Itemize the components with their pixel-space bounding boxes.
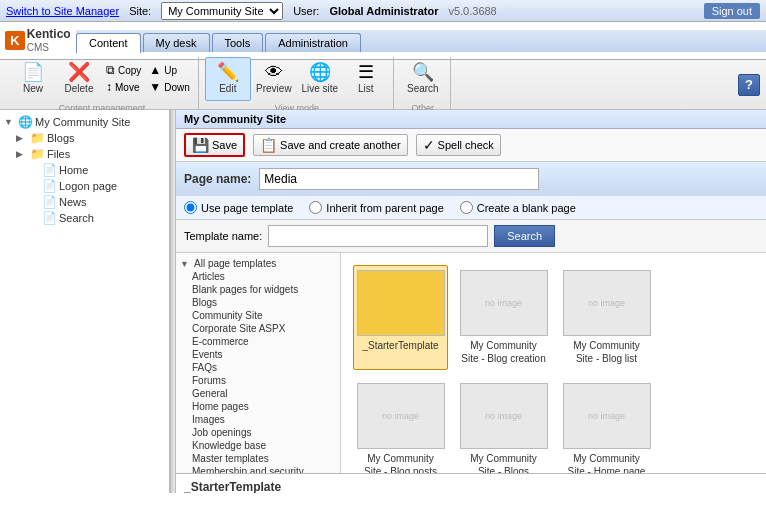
new-icon: 📄 bbox=[22, 63, 44, 81]
template-tree-blank[interactable]: Blank pages for widgets bbox=[192, 283, 336, 296]
sidebar-indent-2: 📄 Home 📄 Logon page 📄 News bbox=[16, 162, 165, 226]
template-thumb-4: no image bbox=[460, 383, 548, 449]
edit-toolbar: 💾 Save 📋 Save and create another ✓ Spell… bbox=[176, 129, 766, 162]
radio-inherit[interactable]: Inherit from parent page bbox=[309, 201, 443, 214]
template-card-label-4: My Community Site - Blogs bbox=[461, 452, 546, 473]
tab-tools[interactable]: Tools bbox=[212, 33, 264, 52]
copy-move-group: ⧉ Copy ↕ Move bbox=[102, 62, 145, 95]
switch-site-manager-link[interactable]: Switch to Site Manager bbox=[6, 5, 119, 17]
search-button[interactable]: 🔍 Search bbox=[400, 57, 446, 101]
template-card-label-5: My Community Site - Home page bbox=[564, 452, 649, 473]
logo: K Kentico CMS bbox=[0, 24, 76, 56]
template-tree-events[interactable]: Events bbox=[192, 348, 336, 361]
delete-button[interactable]: ❌ Delete bbox=[56, 57, 102, 101]
sidebar-item-home[interactable]: 📄 Home bbox=[28, 162, 165, 178]
sidebar-tree: ▼ 🌐 My Community Site ▶ 📁 Blogs ▶ 📁 File… bbox=[0, 110, 169, 230]
template-card-2[interactable]: no image My Community Site - Blog list bbox=[559, 265, 654, 370]
template-tree-forums[interactable]: Forums bbox=[192, 374, 336, 387]
template-tree-indent: Articles Blank pages for widgets Blogs C… bbox=[180, 270, 336, 473]
edit-button[interactable]: ✏️ Edit bbox=[205, 57, 251, 101]
sidebar-item-blogs[interactable]: ▶ 📁 Blogs bbox=[16, 130, 165, 146]
top-bar: Switch to Site Manager Site: My Communit… bbox=[0, 0, 766, 22]
template-tree-articles[interactable]: Articles bbox=[192, 270, 336, 283]
template-card-0[interactable]: _StarterTemplate bbox=[353, 265, 448, 370]
help-button[interactable]: ? bbox=[738, 74, 760, 96]
page-name-label: Page name: bbox=[184, 172, 251, 186]
list-button[interactable]: ☰ List bbox=[343, 57, 389, 101]
template-card-1[interactable]: no image My Community Site - Blog creati… bbox=[456, 265, 551, 370]
page-name-input[interactable] bbox=[259, 168, 539, 190]
template-search-row: Template name: Search bbox=[176, 220, 766, 253]
expander-all-icon: ▼ bbox=[180, 259, 192, 269]
template-card-label-1: My Community Site - Blog creation bbox=[461, 339, 546, 365]
expander-blogs-icon: ▶ bbox=[16, 133, 28, 143]
sidebar-item-search[interactable]: 📄 Search bbox=[28, 210, 165, 226]
site-label: Site: bbox=[129, 5, 151, 17]
move-button[interactable]: ↕ Move bbox=[102, 79, 145, 95]
template-thumb-3: no image bbox=[357, 383, 445, 449]
template-tree-blogs[interactable]: Blogs bbox=[192, 296, 336, 309]
up-icon: ▲ bbox=[149, 63, 161, 77]
template-tree-ecommerce[interactable]: E-commerce bbox=[192, 335, 336, 348]
sidebar-item-logon[interactable]: 📄 Logon page bbox=[28, 178, 165, 194]
top-bar-left: Switch to Site Manager Site: My Communit… bbox=[6, 2, 497, 20]
live-site-button[interactable]: 🌐 Live site bbox=[297, 57, 343, 101]
copy-button[interactable]: ⧉ Copy bbox=[102, 62, 145, 78]
template-tree-community[interactable]: Community Site bbox=[192, 309, 336, 322]
preview-button[interactable]: 👁 Preview bbox=[251, 57, 297, 101]
template-name-input[interactable] bbox=[268, 225, 488, 247]
save-button[interactable]: 💾 Save bbox=[184, 133, 245, 157]
description-title: _StarterTemplate bbox=[184, 480, 758, 493]
view-mode-group: ✏️ Edit 👁 Preview 🌐 Live site ☰ List Vie… bbox=[201, 57, 394, 113]
template-tree: ▼ All page templates Articles Blank page… bbox=[176, 253, 341, 473]
site-select[interactable]: My Community Site bbox=[161, 2, 283, 20]
template-search-button[interactable]: Search bbox=[494, 225, 555, 247]
sidebar-item-root[interactable]: ▼ 🌐 My Community Site bbox=[4, 114, 165, 130]
radio-use-template-input[interactable] bbox=[184, 201, 197, 214]
sidebar-item-news[interactable]: 📄 News bbox=[28, 194, 165, 210]
other-group: 🔍 Search Other bbox=[396, 57, 451, 113]
files-icon: 📁 bbox=[30, 147, 45, 161]
spell-check-button[interactable]: ✓ Spell check bbox=[416, 134, 501, 156]
template-grid-area: _StarterTemplate no image My Community S… bbox=[341, 253, 766, 473]
live-site-icon: 🌐 bbox=[309, 63, 331, 81]
template-tree-corporate[interactable]: Corporate Site ASPX bbox=[192, 322, 336, 335]
template-card-4[interactable]: no image My Community Site - Blogs bbox=[456, 378, 551, 473]
search-page-icon: 📄 bbox=[42, 211, 57, 225]
down-button[interactable]: ▼ Down bbox=[145, 79, 193, 95]
up-button[interactable]: ▲ Up bbox=[145, 62, 193, 78]
user-label: User: bbox=[293, 5, 319, 17]
template-tree-all[interactable]: ▼ All page templates bbox=[180, 257, 336, 270]
template-selector-area: ▼ All page templates Articles Blank page… bbox=[176, 253, 766, 473]
template-tree-job-openings[interactable]: Job openings bbox=[192, 426, 336, 439]
radio-inherit-input[interactable] bbox=[309, 201, 322, 214]
site-value: My Community Site bbox=[161, 2, 283, 20]
user-value: Global Administrator bbox=[329, 5, 438, 17]
tab-administration[interactable]: Administration bbox=[265, 33, 361, 52]
preview-icon: 👁 bbox=[265, 63, 283, 81]
expander-files-icon: ▶ bbox=[16, 149, 28, 159]
content-management-group: 📄 New ❌ Delete ⧉ Copy ↕ Move ▲ bbox=[6, 57, 199, 113]
template-tree-general[interactable]: General bbox=[192, 387, 336, 400]
template-tree-master[interactable]: Master templates bbox=[192, 452, 336, 465]
tab-my-desk[interactable]: My desk bbox=[143, 33, 210, 52]
radio-blank[interactable]: Create a blank page bbox=[460, 201, 576, 214]
template-tree-faqs[interactable]: FAQs bbox=[192, 361, 336, 374]
template-tree-membership[interactable]: Membership and security bbox=[192, 465, 336, 473]
logo-sub: CMS bbox=[27, 42, 71, 53]
sign-out-button[interactable]: Sign out bbox=[704, 3, 760, 19]
main-panel: My Community Site 💾 Save 📋 Save and crea… bbox=[176, 110, 766, 493]
top-bar-right: Sign out bbox=[704, 3, 760, 19]
sidebar-item-files[interactable]: ▶ 📁 Files bbox=[16, 146, 165, 162]
radio-blank-input[interactable] bbox=[460, 201, 473, 214]
new-button[interactable]: 📄 New bbox=[10, 57, 56, 101]
page-name-row: Page name: bbox=[176, 162, 766, 196]
tab-content[interactable]: Content bbox=[76, 33, 141, 54]
template-card-5[interactable]: no image My Community Site - Home page bbox=[559, 378, 654, 473]
template-tree-images[interactable]: Images bbox=[192, 413, 336, 426]
template-tree-knowledge[interactable]: Knowledge base bbox=[192, 439, 336, 452]
template-card-3[interactable]: no image My Community Site - Blog posts bbox=[353, 378, 448, 473]
radio-use-template[interactable]: Use page template bbox=[184, 201, 293, 214]
template-tree-home-pages[interactable]: Home pages bbox=[192, 400, 336, 413]
save-and-create-button[interactable]: 📋 Save and create another bbox=[253, 134, 407, 156]
